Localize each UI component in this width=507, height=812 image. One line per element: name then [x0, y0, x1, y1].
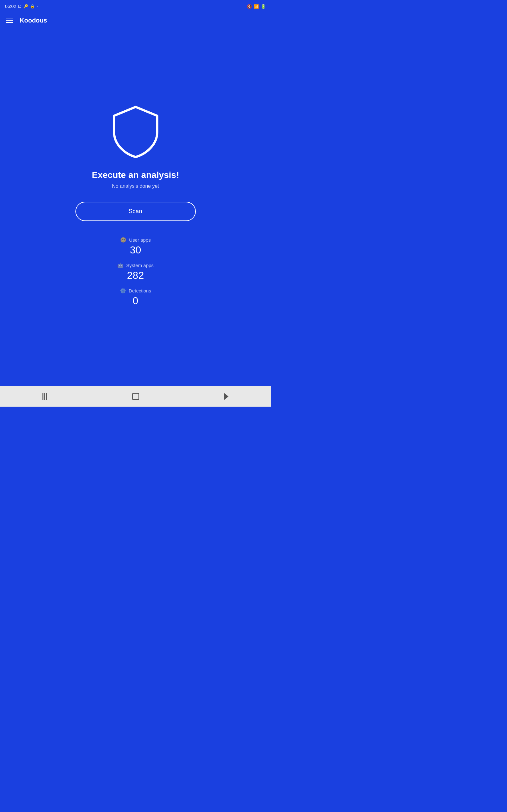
user-apps-stat: 😊 User apps 30: [120, 237, 151, 256]
main-headline: Execute an analysis!: [92, 170, 179, 180]
main-content: Execute an analysis! No analysis done ye…: [0, 29, 271, 386]
wifi-icon: 📶: [254, 4, 259, 9]
user-apps-value: 30: [130, 244, 141, 256]
mute-icon: 🔇: [247, 4, 252, 9]
system-apps-label: System apps: [126, 263, 154, 268]
main-subtitle: No analysis done yet: [112, 183, 159, 189]
system-apps-label-row: 🤖 System apps: [117, 262, 154, 268]
status-left: 06:02 ☑ 🔑 🔒 ·: [5, 4, 38, 9]
nav-bar: [0, 386, 271, 407]
user-apps-label: User apps: [129, 237, 151, 243]
detections-icon: ⚙️: [120, 288, 126, 294]
detections-value: 0: [133, 295, 138, 307]
system-apps-icon: 🤖: [117, 262, 124, 268]
notification-icon-3: 🔒: [30, 4, 35, 9]
user-apps-icon: 😊: [120, 237, 126, 243]
shield-icon: [110, 104, 161, 159]
home-button[interactable]: [119, 390, 152, 403]
detections-label: Detections: [129, 288, 151, 293]
stats-section: 😊 User apps 30 🤖 System apps 282 ⚙️ Dete…: [117, 237, 154, 312]
scan-button[interactable]: Scan: [75, 202, 196, 221]
home-icon: [132, 393, 139, 400]
status-right: 🔇 📶 🔋: [247, 4, 266, 9]
recent-apps-icon: [43, 393, 47, 400]
menu-button[interactable]: [6, 18, 13, 23]
back-icon: [224, 393, 228, 400]
system-apps-stat: 🤖 System apps 282: [117, 262, 154, 281]
header: Koodous: [0, 11, 271, 29]
detections-label-row: ⚙️ Detections: [120, 288, 151, 294]
detections-stat: ⚙️ Detections 0: [120, 288, 151, 307]
system-apps-value: 282: [127, 270, 144, 281]
notification-dot: ·: [37, 4, 38, 9]
user-apps-label-row: 😊 User apps: [120, 237, 151, 243]
notification-icon-1: ☑: [18, 4, 21, 9]
shield-container: [110, 104, 161, 160]
status-bar: 06:02 ☑ 🔑 🔒 · 🔇 📶 🔋: [0, 0, 271, 11]
recent-apps-button[interactable]: [30, 390, 60, 403]
status-time: 06:02: [5, 4, 16, 9]
app-title: Koodous: [20, 17, 47, 24]
back-button[interactable]: [211, 390, 241, 403]
notification-icon-2: 🔑: [23, 4, 28, 9]
battery-icon: 🔋: [261, 4, 266, 9]
